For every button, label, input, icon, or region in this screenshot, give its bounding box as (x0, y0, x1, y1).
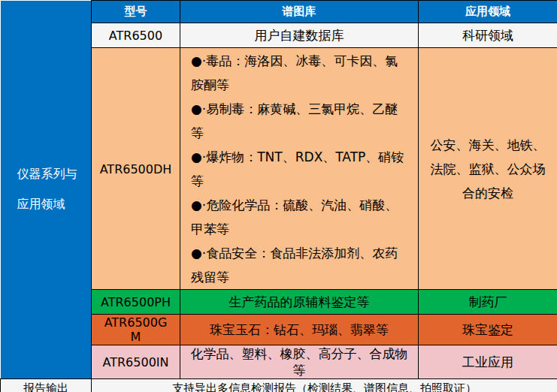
col-header-model: 型号 (92, 1, 180, 23)
col-header-library: 谱图库 (180, 1, 419, 23)
cell-model-atr6500gm: ATR6500GM (92, 315, 180, 345)
model-label: ATR6500PH (101, 295, 171, 309)
cell-model-atr6500in: ATR6500IN (92, 345, 180, 379)
model-label: ATR6500DH (100, 162, 172, 176)
model-label: ATR6500IN (103, 355, 169, 369)
cell-library-atr6500: 用户自建数据库 (180, 23, 419, 48)
footer-report-description: 支持导出多信息检测报告（检测结果、谱图信息、拍照取证） (92, 379, 557, 392)
cell-library-atr6500ph: 生产药品的原辅料鉴定等 (180, 290, 419, 315)
cell-library-atr6500in: 化学品、塑料、橡胶、高分子、合成物等 (180, 345, 419, 379)
cell-library-atr6500dh: ●·毒品：海洛因、冰毒、可卡因、氯胺酮等 ●·易制毒：麻黄碱、三氯甲烷、乙醚等 … (180, 48, 419, 290)
col-header-application: 应用领域 (419, 1, 557, 23)
cell-model-atr6500ph: ATR6500PH (92, 290, 180, 315)
cell-application-atr6500dh: 公安、海关、地铁、法院、监狱、公众场合的安检 (419, 48, 557, 290)
cell-application-atr6500: 科研领域 (419, 23, 557, 48)
cell-application-atr6500gm: 珠宝鉴定 (419, 315, 557, 345)
cell-application-atr6500in: 工业应用 (419, 345, 557, 379)
model-label: ATR6500GM (100, 315, 172, 344)
spec-table: 仪器系列与 应用领域 型号 谱图库 应用领域 ATR6500 用户自建数据库 科… (0, 0, 557, 392)
cell-application-atr6500ph: 制药厂 (419, 290, 557, 315)
cell-model-atr6500dh: ATR6500DH (92, 48, 180, 290)
table-header-row: 仪器系列与 应用领域 型号 谱图库 应用领域 (1, 1, 557, 23)
row-group-label-instrument-series: 仪器系列与 应用领域 (1, 1, 92, 379)
table-footer-row: 报告输出 支持导出多信息检测报告（检测结果、谱图信息、拍照取证） (1, 379, 557, 392)
cell-library-atr6500gm: 珠宝玉石：钻石、玛瑙、翡翠等 (180, 315, 419, 345)
cell-model-atr6500: ATR6500 (92, 23, 180, 48)
footer-label-report-output: 报告输出 (1, 379, 92, 392)
model-label: ATR6500 (109, 29, 162, 43)
